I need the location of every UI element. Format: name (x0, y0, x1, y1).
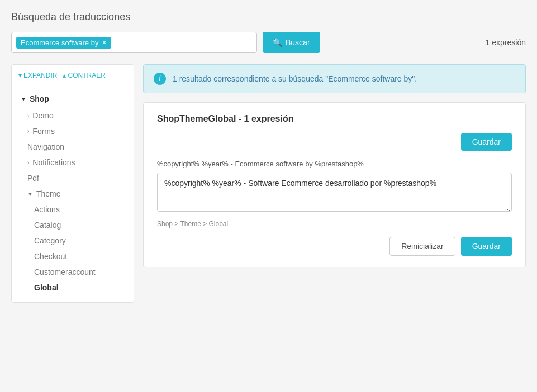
expression-count: 1 expresión (486, 38, 526, 47)
chevron-down-icon: ▼ (27, 191, 33, 197)
sidebar-catalog-label: Catalog (34, 221, 61, 230)
chevron-right-icon: › (27, 128, 29, 135)
info-banner-message: 1 resultado correspondiente a su búsqued… (173, 74, 417, 83)
search-input[interactable] (111, 38, 252, 47)
chevron-down-icon: ▼ (21, 96, 26, 102)
chevron-right-icon: › (27, 160, 29, 166)
main-content: ▾ EXPANDIR ▴ CONTRAER ▼ Shop › Demo › (11, 64, 526, 303)
search-tag: Ecommerce software by × (16, 37, 111, 49)
sidebar-item-category[interactable]: Category (12, 233, 134, 248)
sidebar-item-forms[interactable]: › Forms (12, 123, 134, 139)
search-icon: 🔍 (273, 38, 282, 47)
expand-label: EXPANDIR (23, 71, 57, 79)
expand-icon: ▾ (18, 71, 22, 79)
translation-textarea[interactable] (157, 173, 512, 212)
card-title: ShopThemeGlobal - 1 expresión (157, 114, 512, 124)
translation-card: ShopThemeGlobal - 1 expresión Guardar %c… (143, 102, 526, 267)
info-banner: i 1 resultado correspondiente a su búsqu… (143, 64, 526, 93)
card-actions-bottom: Reinicializar Guardar (157, 237, 512, 256)
breadcrumb: Shop > Theme > Global (157, 220, 512, 228)
sidebar-item-pdf[interactable]: Pdf (12, 170, 134, 186)
sidebar-item-customeraccount[interactable]: Customeraccount (12, 264, 134, 280)
sidebar-item-checkout[interactable]: Checkout (12, 248, 134, 264)
info-icon: i (154, 73, 166, 85)
sidebar-item-shop[interactable]: ▼ Shop (12, 90, 134, 108)
collapse-label: CONTRAER (68, 71, 105, 79)
sidebar-checkout-label: Checkout (34, 252, 67, 261)
save-button-top[interactable]: Guardar (461, 133, 512, 151)
sidebar-item-notifications[interactable]: › Notifications (12, 155, 134, 170)
sidebar-pdf-label: Pdf (27, 174, 39, 183)
save-button-bottom[interactable]: Guardar (461, 237, 512, 256)
sidebar-category-label: Category (34, 236, 66, 245)
sidebar-customeraccount-label: Customeraccount (34, 267, 96, 276)
original-text: %copyright% %year% - Ecommerce software … (157, 160, 512, 168)
search-tag-close-icon[interactable]: × (102, 39, 106, 46)
sidebar-theme-label: Theme (36, 189, 61, 198)
expand-button[interactable]: ▾ EXPANDIR (18, 71, 57, 79)
sidebar-item-actions[interactable]: Actions (12, 202, 134, 217)
search-input-wrapper[interactable]: Ecommerce software by × (11, 32, 257, 53)
sidebar-shop-label: Shop (30, 94, 49, 103)
search-tag-label: Ecommerce software by (21, 39, 98, 47)
sidebar-forms-label: Forms (32, 127, 55, 136)
sidebar-demo-label: Demo (32, 111, 53, 120)
sidebar-actions-label: Actions (34, 205, 60, 214)
sidebar-navigation-label: Navigation (27, 142, 64, 151)
search-bar: Ecommerce software by × 🔍 Buscar 1 expre… (11, 32, 526, 53)
card-actions-top: Guardar (157, 133, 512, 151)
sidebar-item-navigation[interactable]: Navigation (12, 139, 134, 155)
sidebar-controls: ▾ EXPANDIR ▴ CONTRAER (12, 71, 134, 85)
page-title: Búsqueda de traducciones (11, 11, 526, 23)
search-button[interactable]: 🔍 Buscar (263, 32, 320, 53)
sidebar-item-demo[interactable]: › Demo (12, 108, 134, 123)
sidebar-item-theme[interactable]: ▼ Theme (12, 186, 134, 202)
sidebar-item-global[interactable]: Global (12, 280, 134, 295)
sidebar-global-label: Global (34, 283, 59, 292)
search-button-label: Buscar (286, 38, 310, 47)
results-panel: i 1 resultado correspondiente a su búsqu… (143, 64, 526, 303)
collapse-icon: ▴ (63, 71, 66, 79)
chevron-right-icon: › (27, 113, 29, 119)
sidebar: ▾ EXPANDIR ▴ CONTRAER ▼ Shop › Demo › (11, 64, 134, 303)
collapse-button[interactable]: ▴ CONTRAER (63, 71, 105, 79)
translation-row: %copyright% %year% - Ecommerce software … (157, 160, 512, 213)
sidebar-item-catalog[interactable]: Catalog (12, 217, 134, 233)
reset-button[interactable]: Reinicializar (389, 237, 455, 256)
sidebar-notifications-label: Notifications (32, 158, 75, 167)
